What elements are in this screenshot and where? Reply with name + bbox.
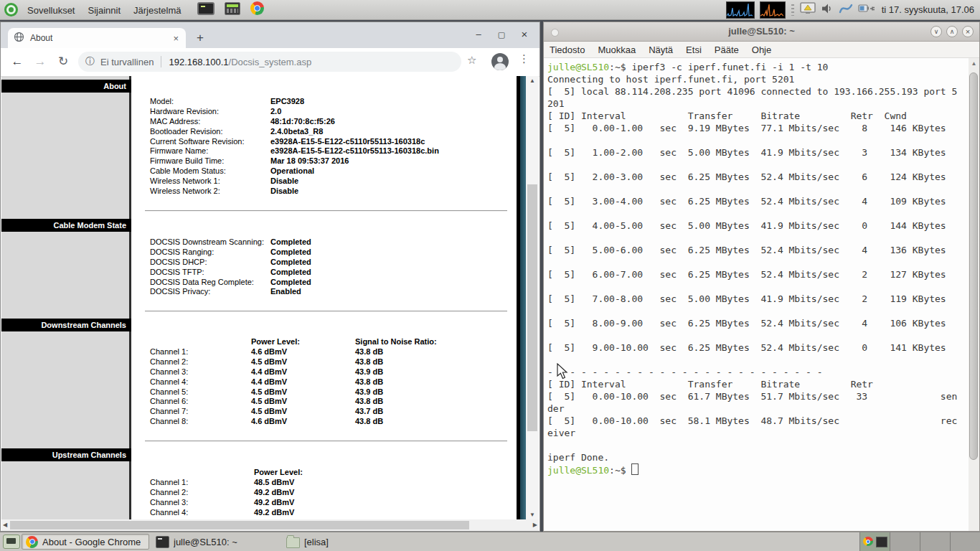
terminal-menu-ohje[interactable]: Ohje: [752, 44, 771, 55]
volume-applet-icon[interactable]: [821, 2, 834, 18]
terminal-close-button[interactable]: [962, 26, 974, 37]
scroll-down-icon[interactable]: [526, 512, 539, 518]
label-cell: DOCSIS Privacy:: [150, 287, 270, 297]
cpu-graph-applet[interactable]: [726, 1, 755, 19]
terminal-menu-etsi[interactable]: Etsi: [686, 44, 702, 55]
label-cell: DOCSIS Ranging:: [150, 248, 270, 258]
terminal-text: [ 5] 0.00-1.00 sec 9.19 MBytes 77.1 Mbit…: [547, 123, 946, 133]
show-desktop-button[interactable]: [3, 534, 20, 549]
bookmark-star-icon[interactable]: [467, 54, 476, 67]
terminal-menu-muokkaa[interactable]: Muokkaa: [598, 44, 636, 55]
page-horizontal-scrollbar[interactable]: [1, 519, 539, 531]
info-icon[interactable]: [85, 55, 95, 68]
terminal-text: [ 5] 7.00-8.00 sec 5.00 MBytes 41.9 Mbit…: [547, 293, 946, 304]
table-row: Channel 7:4.5 dBmV43.7 dB: [150, 407, 383, 417]
label-cell: Hardware Revision:: [150, 107, 270, 117]
terminal-body[interactable]: julle@SL510:~$ iperf3 -c iperf.funet.fi …: [544, 58, 979, 531]
terminal-minimize-button[interactable]: [930, 26, 942, 37]
terminal-scroll-thumb[interactable]: [969, 72, 978, 460]
terminal-maximize-button[interactable]: [946, 26, 958, 37]
horizontal-scroll-thumb[interactable]: [10, 521, 469, 529]
scroll-right-icon[interactable]: [533, 519, 537, 531]
chrome-launcher[interactable]: [250, 1, 264, 18]
calculator-launcher[interactable]: [225, 2, 240, 18]
terminal-launcher[interactable]: [197, 2, 215, 18]
omnibox-divider: [161, 56, 161, 67]
terminal-titlebar[interactable]: julle@SL510: ~: [544, 22, 979, 42]
workspace-1[interactable]: [859, 532, 890, 551]
value-cell: Mar 18 09:53:37 2016: [270, 156, 439, 166]
value-cell: 48:1d:70:8c:f5:26: [270, 117, 439, 127]
panel-indicators: ti 17. syyskuuta, 17.06: [726, 1, 980, 19]
panel-menu-sijainnit[interactable]: Sijainnit: [81, 5, 127, 16]
browser-maximize-button[interactable]: [492, 27, 511, 42]
forward-button[interactable]: [31, 52, 50, 71]
table-row: Model:EPC3928: [150, 97, 439, 107]
terminal-menubar: TiedostoMuokkaaNäytäEtsiPääteOhje: [544, 42, 979, 58]
reload-button[interactable]: [54, 52, 72, 71]
taskbar-task-terminal[interactable]: julle@SL510: ~: [152, 534, 280, 550]
workspace-2[interactable]: [890, 532, 920, 551]
workspace-4[interactable]: [950, 532, 980, 551]
vertical-scroll-thumb[interactable]: [527, 184, 537, 431]
table-row: Channel 2:4.5 dBmV43.8 dB: [150, 357, 383, 367]
table-row: Wireless Network 1:Disable: [150, 176, 439, 187]
power-cell: 4.5 dBmV: [251, 357, 355, 367]
scroll-left-icon[interactable]: [3, 519, 7, 531]
power-cell: 4.6 dBmV: [251, 347, 355, 357]
terminal-text: [ 5] 4.00-5.00 sec 5.00 MBytes 41.9 Mbit…: [547, 220, 946, 231]
value-cell: Operational: [270, 166, 439, 176]
scroll-up-icon[interactable]: [526, 77, 539, 84]
cable-modem-state-table: DOCSIS Downstream Scanning:CompletedDOCS…: [150, 237, 311, 297]
tab-about[interactable]: About: [8, 28, 186, 48]
browser-minimize-button[interactable]: [469, 27, 488, 42]
tab-close-icon[interactable]: [171, 33, 180, 44]
table-row: Wireless Network 2:Disable: [150, 187, 439, 197]
taskbar-task-chrome[interactable]: About - Google Chrome: [22, 534, 149, 550]
terminal-menu-tiedosto[interactable]: Tiedosto: [550, 44, 585, 55]
pen-applet-icon[interactable]: [839, 2, 853, 18]
terminal-text: [ 5] 0.00-10.00 sec 58.1 MBytes 48.7 Mbi…: [547, 415, 957, 426]
taskbar-task-folder[interactable]: [elisa]: [283, 534, 410, 550]
table-row: DOCSIS Downstream Scanning:Completed: [150, 237, 311, 248]
terminal-text: Connecting to host iperf.funet.fi, port …: [547, 74, 794, 85]
browser-toolbar: Ei turvallinen 192.168.100.1/Docsis_syst…: [1, 48, 540, 77]
power-cell: 4.4 dBmV: [251, 367, 355, 377]
sidebar-section-cable-modem-state: Cable Modem State: [1, 219, 131, 232]
distro-logo-icon[interactable]: [4, 3, 18, 17]
value-cell: Completed: [270, 258, 311, 268]
address-bar[interactable]: Ei turvallinen 192.168.100.1/Docsis_syst…: [78, 52, 461, 72]
table-row: DOCSIS DHCP:Completed: [150, 258, 311, 268]
scroll-up-icon[interactable]: [969, 60, 979, 67]
profile-avatar[interactable]: [491, 53, 509, 70]
snr-cell: 43.8 dB: [355, 377, 383, 387]
terminal-scrollbar[interactable]: [969, 58, 979, 531]
about-table: Model:EPC3928Hardware Revision:2.0MAC Ad…: [150, 97, 439, 197]
browser-menu-icon[interactable]: [519, 52, 529, 65]
battery-plug-applet-icon[interactable]: [858, 2, 877, 18]
terminal-icon: [156, 536, 169, 548]
new-tab-button[interactable]: [193, 31, 207, 45]
panel-clock[interactable]: ti 17. syyskuuta, 17.06: [882, 4, 974, 15]
panel-menu-järjestelmä[interactable]: Järjestelmä: [127, 5, 187, 16]
back-button[interactable]: [8, 52, 27, 71]
table-row: Channel 3:4.4 dBmV43.9 dB: [150, 367, 383, 377]
terminal-text: - - - - - - - - - - - - - - - - - - - - …: [547, 367, 823, 377]
panel-menu-sovellukset[interactable]: Sovellukset: [21, 5, 81, 16]
table-row: Firmware Name:e3928A-E15-5-E122-c5110r55…: [150, 146, 439, 156]
terminal-menu-näytä[interactable]: Näytä: [649, 44, 673, 55]
terminal-text: [ 5] 9.00-10.00 sec 6.25 MBytes 52.4 Mbi…: [547, 342, 946, 353]
page-vertical-scrollbar[interactable]: [526, 76, 539, 519]
chrome-icon: [250, 1, 264, 15]
workspace-3[interactable]: [920, 532, 950, 551]
terminal-menu-pääte[interactable]: Pääte: [715, 44, 739, 55]
terminal-text: iperf Done.: [547, 452, 609, 463]
network-graph-applet[interactable]: [760, 1, 786, 19]
power-cell: 49.2 dBmV: [254, 508, 294, 518]
table-row: Channel 1:48.5 dBmV: [150, 478, 294, 488]
mini-chrome-icon: [863, 537, 873, 546]
table-row: DOCSIS Privacy:Enabled: [150, 287, 311, 297]
sidebar-section-downstream-channels: Downstream Channels: [1, 319, 131, 331]
browser-close-button[interactable]: [515, 27, 534, 42]
display-applet-icon[interactable]: [800, 2, 816, 18]
